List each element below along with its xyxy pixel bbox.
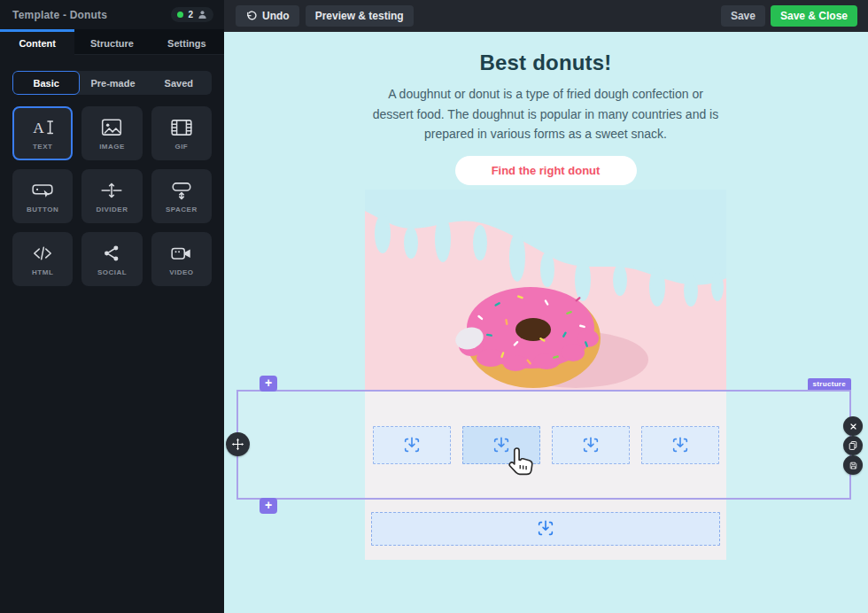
subtab-saved[interactable]: Saved <box>146 71 212 95</box>
image-icon <box>100 117 123 138</box>
block-category-switcher: Basic Pre-made Saved <box>12 71 212 95</box>
block-tile-html[interactable]: HTML <box>12 232 73 286</box>
move-structure-handle[interactable] <box>226 432 250 456</box>
drop-content-icon <box>492 436 511 455</box>
video-camera-icon <box>170 243 193 264</box>
button-icon <box>31 180 54 201</box>
delete-structure-button[interactable] <box>843 416 863 436</box>
template-title: Template - Donuts <box>12 9 107 21</box>
block-tile-label: GIF <box>174 143 188 151</box>
undo-icon <box>245 11 257 22</box>
block-tile-label: SOCIAL <box>97 268 127 276</box>
copy-structure-button[interactable] <box>843 436 863 455</box>
sidebar-header: Template - Donuts 2 <box>0 0 224 29</box>
block-tile-label: VIDEO <box>169 268 193 276</box>
person-icon <box>198 10 207 19</box>
drop-content-icon <box>581 436 601 455</box>
email-text-block[interactable]: A doughnut or donut is a type of fried d… <box>370 84 721 144</box>
spacer-icon <box>170 180 193 201</box>
tab-content-label: Content <box>19 38 56 49</box>
undo-button[interactable]: Undo <box>236 5 299 27</box>
block-tile-image[interactable]: IMAGE <box>81 106 142 160</box>
online-status-icon <box>177 12 183 18</box>
drop-zone[interactable] <box>641 426 719 464</box>
drop-zone-wide[interactable] <box>371 512 720 546</box>
save-close-button[interactable]: Save & Close <box>771 5 857 27</box>
collaborators-count: 2 <box>188 10 193 19</box>
block-tile-label: TEXT <box>33 143 52 151</box>
top-toolbar: Undo Preview & testing Save Save & Close <box>224 0 868 32</box>
block-tile-label: HTML <box>32 268 53 276</box>
tab-structure[interactable]: Structure <box>74 29 149 54</box>
subtab-premade-label: Pre-made <box>90 78 135 89</box>
save-structure-button[interactable] <box>843 455 863 475</box>
email-cta-button[interactable]: Find the right donut <box>455 156 637 185</box>
undo-label: Undo <box>262 10 290 22</box>
add-structure-below-button[interactable]: + <box>260 498 277 514</box>
drop-content-icon <box>670 436 690 455</box>
close-icon <box>849 423 857 431</box>
gif-icon <box>170 117 193 138</box>
block-tile-spacer[interactable]: SPACER <box>151 169 212 223</box>
block-tile-video[interactable]: VIDEO <box>151 232 212 286</box>
block-tile-label: SPACER <box>166 206 198 213</box>
email-structure-body <box>365 390 726 560</box>
add-structure-above-button[interactable]: + <box>260 376 277 392</box>
subtab-basic[interactable]: Basic <box>12 71 80 95</box>
block-tile-divider[interactable]: DIVIDER <box>81 169 142 223</box>
preview-testing-button[interactable]: Preview & testing <box>306 5 414 27</box>
drop-content-icon <box>536 519 555 539</box>
block-tile-gif[interactable]: GIF <box>151 106 212 160</box>
subtab-saved-label: Saved <box>165 78 193 89</box>
save-floppy-icon <box>849 461 858 470</box>
email-heading-block[interactable]: Best donuts! <box>365 50 726 75</box>
email-column: Best donuts! A doughnut or donut is a ty… <box>365 32 726 400</box>
block-tile-text[interactable]: A TEXT <box>12 106 73 160</box>
block-tile-social[interactable]: SOCIAL <box>81 232 142 286</box>
block-tile-label: DIVIDER <box>97 206 128 213</box>
drop-zone[interactable] <box>552 426 630 464</box>
drop-zone[interactable] <box>373 426 451 464</box>
tab-settings-label: Settings <box>167 38 205 49</box>
move-icon <box>231 438 244 451</box>
sidebar-content: Basic Pre-made Saved A TEXT <box>0 55 224 286</box>
tab-structure-label: Structure <box>90 38 134 49</box>
drop-content-icon <box>402 436 422 455</box>
save-button[interactable]: Save <box>721 5 765 27</box>
block-tile-label: BUTTON <box>27 206 58 213</box>
text-icon: A <box>31 117 54 138</box>
save-label: Save <box>731 10 756 22</box>
subtab-basic-label: Basic <box>33 78 58 89</box>
save-close-label: Save & Close <box>780 10 848 22</box>
structure-badge: structure <box>808 378 851 390</box>
preview-label: Preview & testing <box>315 10 404 22</box>
block-tiles-grid: A TEXT IMAGE <box>12 106 212 286</box>
collaborators-badge[interactable]: 2 <box>171 7 213 22</box>
social-share-icon <box>100 243 123 264</box>
email-hero-image[interactable] <box>365 190 726 397</box>
sidebar-tabs: Content Structure Settings <box>0 29 224 55</box>
drop-zone-hovered[interactable] <box>462 426 540 464</box>
svg-text:A: A <box>33 119 44 136</box>
divider-icon <box>100 180 123 201</box>
app-window: Template - Donuts 2 Content Structure Se… <box>0 0 868 613</box>
tab-content[interactable]: Content <box>0 29 74 55</box>
tab-settings[interactable]: Settings <box>150 29 224 54</box>
html-icon <box>31 243 54 264</box>
sidebar: Template - Donuts 2 Content Structure Se… <box>0 0 224 613</box>
toolbar-right: Save Save & Close <box>721 5 857 27</box>
editor-canvas: Best donuts! A doughnut or donut is a ty… <box>224 32 868 613</box>
block-tile-label: IMAGE <box>99 143 125 151</box>
empty-container-row <box>365 426 726 464</box>
copy-icon <box>848 440 858 451</box>
subtab-premade[interactable]: Pre-made <box>80 71 145 95</box>
block-tile-button[interactable]: BUTTON <box>12 169 73 223</box>
